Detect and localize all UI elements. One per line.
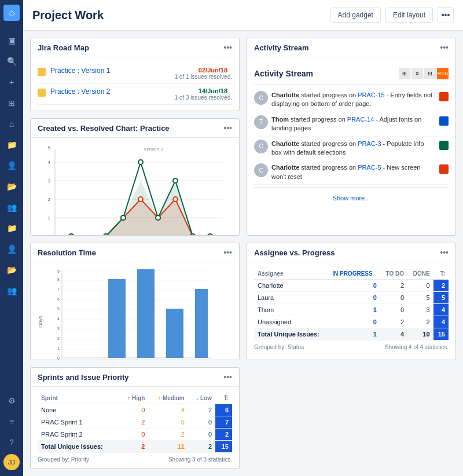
- high-val: 0: [119, 404, 148, 416]
- svg-point-31: [121, 215, 126, 220]
- sprints-footer: Grouped by: Priority Showing 3 of 3 stat…: [38, 453, 232, 463]
- svg-text:2: 2: [48, 197, 51, 202]
- sidebar-icon-user[interactable]: 👤: [2, 156, 21, 175]
- sidebar-icon-dashboard[interactable]: ▣: [2, 31, 21, 50]
- chart-container: 0 1 2 3 4 5 08 Jun 2018 10 Jun 2018 13 J…: [38, 144, 232, 236]
- resolution-menu[interactable]: •••: [223, 248, 232, 257]
- sidebar-icon-folder[interactable]: 📁: [2, 136, 21, 154]
- col-sprint: Sprint: [38, 393, 119, 404]
- assignee-header: Assignee vs. Progress •••: [247, 243, 455, 262]
- sidebar-icon-menu[interactable]: ≡: [2, 412, 21, 431]
- total-val: 4: [433, 316, 449, 328]
- roadmap-date-2: 14/Jun/18: [179, 87, 228, 94]
- assignee-name: Unassigned: [254, 316, 329, 328]
- activity-avatar-3: C: [254, 140, 268, 153]
- total-val: 2: [215, 429, 232, 441]
- svg-text:9: 9: [57, 269, 60, 273]
- done-val: 2: [407, 316, 433, 328]
- in-progress-val: 0: [329, 316, 380, 328]
- in-progress-val: 0: [329, 280, 380, 292]
- roadmap-date-1: 02/Jun/18: [179, 67, 228, 74]
- chart-header: Created vs. Resolved Chart: Practice •••: [31, 119, 239, 138]
- svg-text:8: 8: [57, 277, 60, 281]
- resolution-title: Resolution Time: [38, 248, 96, 257]
- add-gadget-button[interactable]: Add gadget: [330, 8, 381, 23]
- activity-stream-header: Activity Stream ⊞ ≡ ⊟ RSS: [254, 63, 449, 85]
- svg-text:Version 2: Version 2: [144, 147, 163, 152]
- activity-link-3[interactable]: PRAC-3: [358, 140, 381, 147]
- activity-item-2: T Thom started progress on PRAC-14 - Adj…: [254, 112, 449, 137]
- page-title: Project Work: [32, 9, 104, 22]
- sidebar-icon-folder4[interactable]: 📂: [2, 261, 21, 279]
- bar-16jun: [166, 309, 183, 358]
- roadmap-name-2[interactable]: Practice : Version 2: [50, 87, 175, 96]
- done-val: 5: [407, 292, 433, 304]
- total-medium: 11: [148, 441, 188, 453]
- sidebar-icon-avatar[interactable]: JD: [3, 454, 20, 470]
- edit-layout-button[interactable]: Edit layout: [385, 8, 433, 23]
- total-high: 2: [119, 441, 148, 453]
- sprints-menu[interactable]: •••: [223, 372, 232, 382]
- activity-text-2: Thom started progress on PRAC-14 - Adjus…: [271, 115, 436, 133]
- total-label: Total Unique Issues:: [254, 328, 329, 340]
- sidebar-icon-help[interactable]: ?: [2, 433, 21, 452]
- sidebar-icon-folder2[interactable]: 📂: [2, 177, 21, 196]
- activity-icon-rss[interactable]: RSS: [437, 68, 449, 79]
- sidebar-icon-add[interactable]: +: [2, 73, 21, 91]
- assignee-gadget: Assignee vs. Progress ••• Assignee IN PR…: [247, 243, 456, 360]
- show-more-button[interactable]: Show more...: [333, 195, 370, 202]
- sidebar-icon-user2[interactable]: 👤: [2, 240, 21, 258]
- activity-text-1: Charlotte started progress on PRAC-15 - …: [271, 91, 436, 109]
- sidebar-icon-search[interactable]: 🔍: [2, 52, 21, 71]
- low-val: 0: [188, 429, 215, 441]
- activity-icon-grid[interactable]: ⊞: [399, 68, 410, 79]
- roadmap-title: Jira Road Map: [38, 43, 89, 52]
- svg-text:7: 7: [57, 287, 60, 291]
- total-val: 7: [215, 416, 232, 429]
- sidebar-icon-home[interactable]: ⌂: [2, 115, 21, 133]
- line-chart: 0 1 2 3 4 5 08 Jun 2018 10 Jun 2018 13 J…: [38, 144, 229, 236]
- activity-avatar-2: T: [254, 115, 268, 129]
- activity-link-1[interactable]: PRAC-15: [358, 91, 384, 98]
- sidebar-icon-users[interactable]: 👥: [2, 198, 21, 217]
- svg-point-36: [208, 234, 212, 236]
- assignee-menu[interactable]: •••: [440, 248, 449, 257]
- activity-item-1: C Charlotte started progress on PRAC-15 …: [254, 88, 449, 112]
- svg-text:4: 4: [57, 317, 60, 321]
- roadmap-name-1[interactable]: Practice : Version 1: [50, 67, 175, 75]
- col-to-do: TO DO: [380, 268, 407, 280]
- svg-point-24: [138, 197, 143, 202]
- activity-menu[interactable]: •••: [440, 43, 449, 52]
- bar-14jun: [137, 269, 155, 358]
- assignee-name: Laura: [254, 292, 329, 304]
- activity-flag-4: [439, 164, 449, 174]
- col-high: ↑ High: [119, 393, 148, 404]
- roadmap-menu[interactable]: •••: [223, 43, 232, 52]
- medium-val: 4: [148, 404, 188, 416]
- total-val: 4: [433, 304, 449, 316]
- sprints-table: Sprint ↑ High ↑ Medium ↓ Low T: None 0 4: [38, 393, 232, 453]
- sidebar-icon-users2[interactable]: 👥: [2, 281, 21, 300]
- sprints-gadget: Sprints and Issue Priority ••• Sprint ↑ …: [30, 367, 240, 469]
- activity-avatar-4: C: [254, 163, 268, 177]
- sidebar-icon-folder3[interactable]: 📁: [2, 219, 21, 237]
- svg-point-30: [104, 234, 108, 236]
- total-in-progress: 1: [329, 328, 380, 340]
- activity-icon-list[interactable]: ≡: [411, 68, 423, 79]
- sidebar-icon-settings[interactable]: ⚙: [2, 391, 21, 410]
- roadmap-item: Practice : Version 1 02/Jun/18 1 of 1 is…: [38, 63, 232, 84]
- total-total: 15: [215, 441, 232, 453]
- sprint-name: PRAC Sprint 2: [38, 429, 119, 441]
- high-val: 2: [119, 416, 148, 429]
- activity-icon-table[interactable]: ⊟: [424, 68, 436, 79]
- chart-menu[interactable]: •••: [223, 123, 232, 133]
- activity-text-4: Charlotte started progress on PRAC-5 - N…: [271, 163, 436, 181]
- more-options-button[interactable]: •••: [438, 7, 454, 23]
- logo[interactable]: ◇: [3, 5, 20, 21]
- activity-link-4[interactable]: PRAC-5: [358, 164, 381, 171]
- done-val: 3: [407, 304, 433, 316]
- to-do-val: 2: [380, 280, 407, 292]
- col-assignee: Assignee: [254, 268, 329, 280]
- activity-link-2[interactable]: PRAC-14: [347, 116, 374, 123]
- sidebar-icon-board[interactable]: ⊞: [2, 94, 21, 112]
